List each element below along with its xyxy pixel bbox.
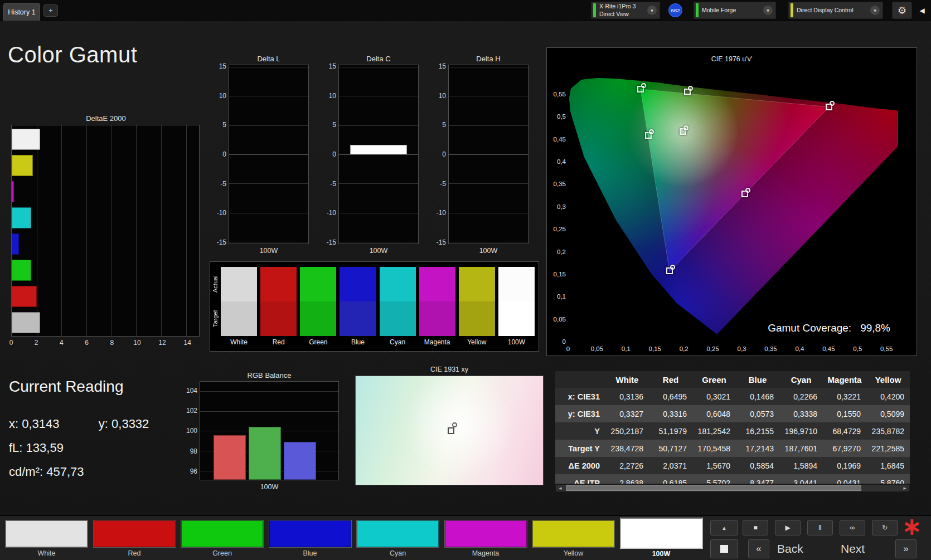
table-cell: 0,3338 bbox=[779, 405, 823, 422]
pattern-button-blue[interactable]: Blue bbox=[269, 520, 352, 557]
transport-stop-button[interactable]: ■ bbox=[743, 520, 768, 535]
pattern-button-100w[interactable]: 100W bbox=[620, 518, 703, 558]
cie-y-tick: 0,55 bbox=[549, 91, 566, 98]
swatch-column-green: Green bbox=[300, 267, 336, 346]
target-swatch bbox=[260, 301, 297, 336]
continuous-icon: ∞ bbox=[850, 524, 855, 532]
pattern-button-red[interactable]: Red bbox=[93, 520, 176, 557]
table-cell: 3,0441 bbox=[779, 474, 823, 484]
tab-history-1-label: History 1 bbox=[8, 8, 35, 16]
collapse-panel-button[interactable]: ◀ bbox=[915, 4, 929, 17]
deltae-bar-white bbox=[12, 129, 40, 150]
swatch-column-100w: 100W bbox=[498, 267, 535, 346]
pattern-button-cyan[interactable]: Cyan bbox=[356, 520, 439, 557]
meter-mobile-forge[interactable]: Mobile Forge ▾ bbox=[694, 2, 776, 19]
gear-icon: ⚙ bbox=[898, 4, 906, 17]
deltae-x-tick: 8 bbox=[110, 339, 114, 347]
chevron-down-icon[interactable]: ▾ bbox=[870, 6, 880, 15]
table-header-green: Green bbox=[692, 371, 736, 388]
up-arrow-icon: ▲ bbox=[721, 525, 727, 531]
tab-history-1[interactable]: History 1 bbox=[3, 3, 40, 21]
add-tab-button[interactable]: + bbox=[43, 4, 58, 17]
next-chevron-button[interactable]: » bbox=[895, 539, 917, 558]
table-cell: 1,6845 bbox=[866, 457, 910, 474]
scroll-right-icon[interactable]: ► bbox=[900, 486, 909, 491]
cie-1931-xy-chart: CIE 1931 xy bbox=[355, 366, 544, 485]
delta-y-tick: 5 bbox=[332, 121, 336, 129]
table-cell: 1,5670 bbox=[692, 457, 736, 474]
transport-play-button[interactable]: ▶ bbox=[775, 520, 801, 535]
pattern-label: Cyan bbox=[356, 549, 439, 557]
delta-value-bar bbox=[350, 145, 407, 154]
cie-uv-title: CIE 1976 u'v' bbox=[547, 55, 917, 63]
expand-pattern-panel-button[interactable]: ▲ bbox=[710, 520, 738, 535]
delta-y-tick: -5 bbox=[440, 180, 446, 188]
back-button[interactable]: Back bbox=[777, 539, 803, 558]
transport-loop-button[interactable]: ↻ bbox=[872, 520, 898, 535]
deltae-gridline bbox=[111, 125, 112, 336]
calibration-app-window: History 1 + X-Rite i1Pro 3 Direct View ▾… bbox=[0, 0, 931, 560]
delta-gridline bbox=[339, 125, 418, 126]
swatch-label: Red bbox=[260, 338, 297, 346]
row-label: Y bbox=[555, 422, 605, 440]
table-cell: 2,2726 bbox=[605, 457, 649, 474]
transport-continuous-button[interactable]: ∞ bbox=[840, 520, 865, 535]
rgb-y-tick: 96 bbox=[190, 468, 197, 475]
cie-x-tick: 0,45 bbox=[822, 345, 835, 352]
play-icon: ▶ bbox=[785, 524, 790, 532]
pattern-button-green[interactable]: Green bbox=[181, 520, 264, 557]
chevrons-left-icon: « bbox=[756, 543, 761, 554]
rgb-balance-title: RGB Balance bbox=[184, 371, 339, 379]
table-cell: 0,3136 bbox=[605, 388, 649, 405]
delta-y-tick: -15 bbox=[437, 238, 446, 246]
scrollbar-track[interactable] bbox=[565, 485, 900, 491]
deltae-bar-red bbox=[12, 286, 37, 307]
pattern-window-button[interactable] bbox=[710, 539, 738, 558]
chevron-down-icon[interactable]: ▾ bbox=[647, 6, 657, 15]
pattern-button-white[interactable]: White bbox=[5, 520, 88, 557]
delta-h-y-axis: 151050-5-10-15 bbox=[435, 65, 448, 244]
cie-x-tick: 0,5 bbox=[853, 345, 862, 352]
table-horizontal-scrollbar[interactable]: ◄ ► bbox=[555, 484, 910, 492]
cie-x-tick: 0,55 bbox=[880, 345, 893, 352]
scroll-left-icon[interactable]: ◄ bbox=[556, 486, 565, 491]
table-header-cyan: Cyan bbox=[779, 371, 823, 388]
measured-marker-magenta bbox=[745, 188, 750, 193]
table-cell: 50,7127 bbox=[649, 440, 692, 457]
table-cell: 2,0371 bbox=[649, 457, 692, 474]
rgb-balance-y-axis: 1041021009896 bbox=[184, 381, 200, 480]
table-header-white: White bbox=[605, 371, 649, 388]
rgb-gridline bbox=[200, 411, 338, 412]
delta-gridline bbox=[449, 125, 528, 126]
row-label: Target Y bbox=[555, 440, 605, 457]
table-cell: 2,8638 bbox=[605, 474, 649, 484]
deltae-chart-title: DeltaE 2000 bbox=[11, 114, 201, 123]
transport-pause-button[interactable]: Ⅱ bbox=[807, 520, 833, 535]
pattern-swatch bbox=[181, 520, 264, 548]
pattern-button-magenta[interactable]: Magenta bbox=[444, 520, 527, 557]
settings-button[interactable]: ⚙ bbox=[892, 2, 912, 19]
table-cell: 5,5702 bbox=[692, 474, 736, 484]
scrollbar-thumb[interactable] bbox=[566, 485, 861, 491]
chevron-down-icon[interactable]: ▾ bbox=[763, 6, 773, 15]
pattern-label: White bbox=[5, 549, 88, 557]
swatch-column-cyan: Cyan bbox=[380, 267, 416, 346]
pattern-swatch bbox=[356, 520, 439, 548]
meter-direct-display-control[interactable]: Direct Display Control ▾ bbox=[788, 2, 883, 19]
next-button[interactable]: Next bbox=[841, 539, 865, 558]
swatch-label: 100W bbox=[498, 338, 535, 346]
meter-xrite-i1pro3[interactable]: X-Rite i1Pro 3 Direct View ▾ bbox=[591, 2, 660, 19]
delta-h-chart: Delta H 151050-5-10-15 100W bbox=[435, 55, 528, 255]
deltae-plot-area bbox=[11, 125, 200, 337]
delta-gridline bbox=[449, 213, 528, 213]
back-chevron-button[interactable]: « bbox=[748, 539, 769, 558]
meter-xrite-line2: Direct View bbox=[599, 11, 644, 18]
swatch-column-white: White bbox=[221, 267, 257, 346]
delta-y-tick: 0 bbox=[332, 150, 336, 158]
pattern-swatch bbox=[532, 520, 615, 548]
table-cell: 250,2187 bbox=[605, 422, 649, 440]
delta-y-tick: -5 bbox=[220, 180, 226, 188]
table-cell: 0,1969 bbox=[823, 457, 866, 474]
current-reading-section: Current Reading x: 0,3143 y: 0,3332 fL: … bbox=[9, 378, 149, 489]
pattern-button-yellow[interactable]: Yellow bbox=[532, 520, 615, 557]
